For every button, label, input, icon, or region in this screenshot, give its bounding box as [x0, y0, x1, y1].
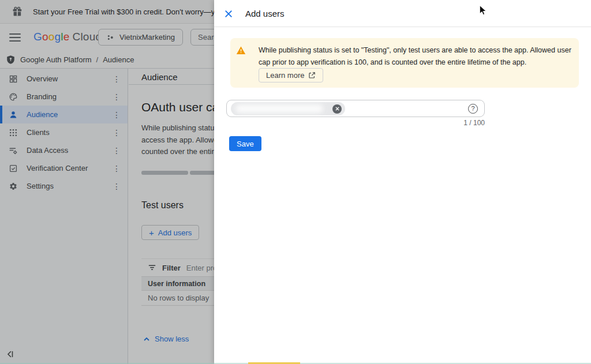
help-icon[interactable]: ?	[468, 104, 478, 114]
save-button[interactable]: Save	[229, 136, 261, 151]
redacted-email-text	[235, 104, 323, 113]
close-icon[interactable]	[224, 9, 233, 18]
warning-text: While publishing status is set to "Testi…	[259, 44, 575, 69]
remove-chip-icon[interactable]	[332, 104, 342, 114]
testing-warning-banner: While publishing status is set to "Testi…	[230, 38, 579, 88]
test-user-chip	[231, 102, 345, 115]
user-count: 1 / 100	[226, 119, 485, 127]
learn-more-label: Learn more	[266, 71, 304, 80]
google-cloud-console: Start your Free Trial with $300 in credi…	[0, 0, 591, 364]
panel-title: Add users	[245, 9, 285, 18]
test-user-email-input[interactable]: ?	[226, 100, 485, 117]
warning-triangle-icon	[236, 46, 246, 55]
panel-header: Add users	[214, 0, 591, 27]
question-glyph: ?	[471, 105, 474, 112]
open-in-new-icon	[308, 72, 316, 79]
learn-more-button[interactable]: Learn more	[259, 68, 323, 82]
add-users-panel: Add users While publishing status is set…	[214, 0, 591, 364]
